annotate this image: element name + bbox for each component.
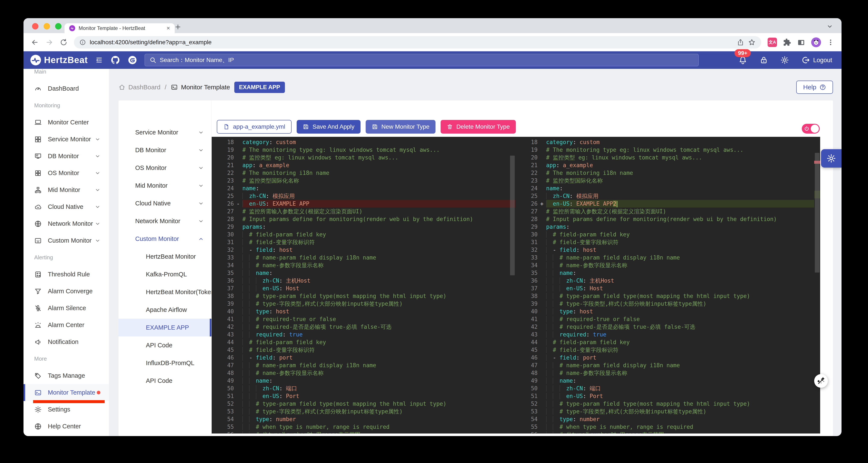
code-line-21[interactable]: 21app: a_example — [212, 162, 509, 169]
code-line-53[interactable]: 53 # type-字段类型,样式(大部分映射input标签type属性) — [516, 408, 814, 415]
gitee-icon[interactable] — [127, 55, 137, 65]
sidebar-item-help-center[interactable]: Help Center — [24, 418, 109, 435]
diff-original-pane[interactable]: 18category: custom19# The monitoring typ… — [212, 137, 509, 434]
code-line-34[interactable]: 34 # name-参数字段显示名称 — [212, 261, 509, 269]
extensions-puzzle-icon[interactable] — [783, 38, 791, 47]
new-tab-icon[interactable] — [174, 23, 182, 31]
code-line-33[interactable]: 33 # name-param field display i18n name — [516, 254, 814, 261]
code-line-38[interactable]: 38 # type-param field type(most mapping … — [516, 292, 814, 300]
code-line-40[interactable]: 40 type: host — [516, 308, 814, 315]
search-input[interactable]: Search：Monitor Name、IP — [145, 54, 699, 66]
code-line-48[interactable]: 48 # name-参数字段显示名称 — [516, 369, 814, 377]
code-line-37[interactable]: 37 en-US: Host — [212, 285, 509, 292]
code-line-36[interactable]: 36 zh-CN: 主机Host — [212, 277, 509, 285]
translate-extension-icon[interactable]: 文A — [768, 38, 777, 47]
yaml-file-button[interactable]: app-a_example.yml — [217, 120, 291, 134]
breadcrumb-home[interactable]: DashBoard — [119, 84, 160, 91]
magic-wand-float-button[interactable] — [814, 374, 828, 388]
code-line-44[interactable]: 44 # field-param field key — [516, 338, 814, 346]
modified-scrollbar[interactable] — [814, 137, 820, 434]
tab-close-icon[interactable]: × — [166, 25, 170, 32]
code-line-50[interactable]: 50 zh-CN: 端口 — [212, 384, 509, 392]
diff-modified-pane[interactable]: 18category: custom19# The monitoring typ… — [516, 137, 814, 434]
code-line-21[interactable]: 21app: a_example — [516, 162, 814, 169]
sidebar-item-alarm-silence[interactable]: Alarm Silence — [24, 300, 109, 317]
settings-gear-icon[interactable] — [780, 56, 789, 64]
code-line-22[interactable]: 22# The monitoring i18n name — [212, 169, 509, 177]
code-line-27[interactable]: 27# 监控所需输入参数定义(根据定义渲染页面UI) — [516, 208, 814, 215]
code-line-30[interactable]: 30 # field-param field key — [212, 231, 509, 238]
new-monitor-type-button[interactable]: New Monitor Type — [366, 120, 435, 134]
sidebar-item-alarm-center[interactable]: Alarm Center — [24, 317, 109, 334]
lock-icon[interactable] — [759, 56, 768, 64]
reload-icon[interactable] — [60, 38, 67, 46]
code-line-42[interactable]: 42 # required-是否是必输项 true-必填 false-可选 — [212, 323, 509, 331]
sidebar-item-threshold-rule[interactable]: Threshold Rule — [24, 266, 109, 283]
address-bar[interactable]: localhost:4200/setting/define?app=a_exam… — [74, 36, 761, 49]
code-line-44[interactable]: 44 # field-param field key — [212, 338, 509, 346]
bookmark-star-icon[interactable] — [748, 38, 756, 46]
scrollbar-thumb[interactable] — [510, 155, 515, 275]
subnav-child-apache-airflow[interactable]: Apache Airflow — [119, 301, 212, 319]
code-line-20[interactable]: 20# 监控类型 eg: linux windows tomcat mysql … — [212, 154, 509, 162]
github-icon[interactable] — [111, 55, 120, 65]
sidebar-item-network-monitor[interactable]: Network Monitor — [24, 215, 109, 232]
url-text[interactable]: localhost:4200/setting/define?app=a_exam… — [90, 39, 733, 46]
code-line-54[interactable]: 54 type: number — [212, 415, 509, 423]
code-line-51[interactable]: 51 en-US: Port — [516, 392, 814, 400]
code-line-48[interactable]: 48 # name-参数字段显示名称 — [212, 369, 509, 377]
sidebar-item-custom-monitor[interactable]: Custom Monitor — [24, 232, 109, 249]
code-line-43[interactable]: 43 required: true — [212, 331, 509, 338]
code-line-40[interactable]: 40 type: host — [212, 308, 509, 315]
theme-settings-float-button[interactable] — [821, 149, 841, 168]
subnav-item-service-monitor[interactable]: Service Monitor — [119, 123, 212, 141]
code-line-25[interactable]: 25 zh-CN: 模拟应用 — [212, 192, 509, 200]
subnav-item-db-monitor[interactable]: DB Monitor — [119, 141, 212, 159]
sidebar-item-mid-monitor[interactable]: Mid Monitor — [24, 181, 109, 198]
code-line-38[interactable]: 38 # type-param field type(most mapping … — [212, 292, 509, 300]
subnav-item-os-monitor[interactable]: OS Monitor — [119, 159, 212, 177]
code-line-27[interactable]: 27# 监控所需输入参数定义(根据定义渲染页面UI) — [212, 208, 509, 215]
zoom-window-button[interactable] — [55, 23, 62, 29]
sidebar-item-alarm-converge[interactable]: Alarm Converge — [24, 283, 109, 300]
sidebar-item-monitor-center[interactable]: Monitor Center — [24, 114, 109, 131]
original-scrollbar[interactable] — [509, 137, 516, 434]
save-and-apply-button[interactable]: Save And Apply — [297, 120, 360, 134]
code-line-55[interactable]: 55 # when type is number, range is requi… — [212, 423, 509, 431]
delete-monitor-type-button[interactable]: Delete Monitor Type — [441, 120, 516, 134]
hertzbeat-logo[interactable]: HertzBeat — [30, 54, 88, 66]
code-line-23[interactable]: 23# 监控类型国际化名称 — [212, 177, 509, 184]
subnav-child-api-code[interactable]: API Code — [119, 337, 212, 354]
code-line-32[interactable]: 32 - field: host — [516, 246, 814, 254]
sidebar-item-service-monitor[interactable]: Service Monitor — [24, 131, 109, 148]
help-button[interactable]: Help — [796, 81, 833, 94]
side-panel-icon[interactable] — [797, 38, 805, 47]
code-line-19[interactable]: 19# The monitoring type eg: linux window… — [516, 146, 814, 154]
sidebar-item-tags-manage[interactable]: Tags Manage — [24, 367, 109, 384]
code-line-29[interactable]: 29params: — [516, 223, 814, 231]
profile-avatar[interactable] — [811, 37, 821, 47]
code-line-49[interactable]: 49 name: — [212, 377, 509, 384]
subnav-child-example-app[interactable]: EXAMPLE APP — [119, 319, 212, 337]
logout-button[interactable]: Logout — [801, 56, 832, 64]
code-line-26[interactable]: 26+ en-US: EXAMPLE APP2 — [516, 200, 814, 208]
code-line-37[interactable]: 37 en-US: Host — [516, 285, 814, 292]
subnav-child-influxdb-promql[interactable]: InfluxDB-PromQL — [119, 354, 212, 372]
sidebar-item-settings[interactable]: Settings — [24, 401, 109, 418]
collapse-menu-icon[interactable] — [95, 56, 103, 64]
code-line-33[interactable]: 33 # name-param field display i18n name — [212, 254, 509, 261]
code-line-35[interactable]: 35 name: — [212, 269, 509, 277]
code-line-28[interactable]: 28# Input params define for monitoring(r… — [212, 215, 509, 223]
code-line-24[interactable]: 24name: — [212, 184, 509, 192]
code-line-25[interactable]: 25 zh-CN: 模拟应用 — [516, 192, 814, 200]
browser-tab[interactable]: Monitor Template - HertzBeat × — [64, 23, 175, 33]
subnav-child-hertzbeat-monitor[interactable]: HertzBeat Monitor — [119, 248, 212, 265]
close-window-button[interactable] — [32, 23, 38, 29]
code-line-20[interactable]: 20# 监控类型 eg: linux windows tomcat mysql … — [516, 154, 814, 162]
code-line-45[interactable]: 45 # field-变量字段标识符 — [212, 346, 509, 354]
code-line-19[interactable]: 19# The monitoring type eg: linux window… — [212, 146, 509, 154]
code-line-23[interactable]: 23# 监控类型国际化名称 — [516, 177, 814, 184]
code-line-47[interactable]: 47 # name-param field display i18n name — [516, 361, 814, 369]
sidebar-item-db-monitor[interactable]: DB Monitor — [24, 148, 109, 165]
code-line-56[interactable]: 56 # 当type为number时,用range表示范围 — [212, 431, 509, 434]
